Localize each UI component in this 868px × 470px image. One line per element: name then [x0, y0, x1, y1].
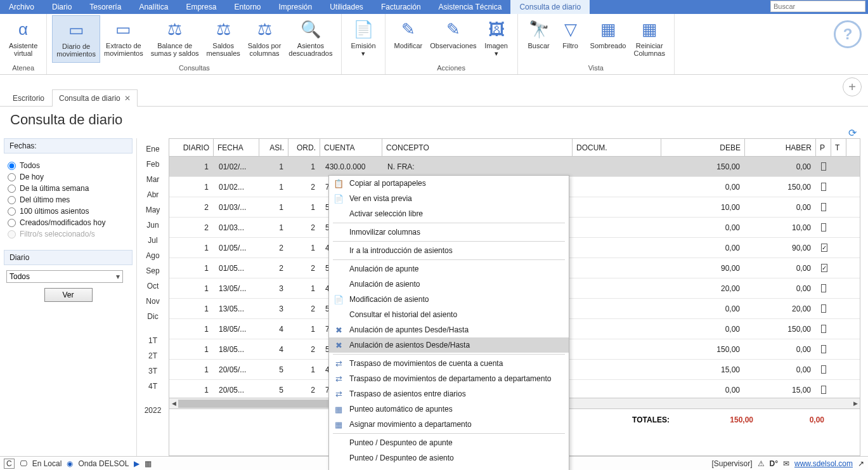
menu-asistencia[interactable]: Asistencia Técnica	[430, 0, 511, 14]
help-icon[interactable]: ?	[834, 20, 862, 48]
cell-p[interactable]	[816, 325, 831, 333]
month-item[interactable]: 3T	[148, 367, 157, 375]
ribbon-saldos[interactable]: ⚖Saldosmensuales	[203, 15, 244, 63]
cell-p[interactable]: ✓	[816, 264, 831, 272]
close-icon[interactable]: ✕	[124, 94, 131, 103]
context-menu-item[interactable]: Punteo / Despunteo de asiento	[329, 450, 569, 466]
status-url-link[interactable]: www.sdelsol.com	[794, 459, 853, 468]
ribbon-asistente[interactable]: αAsistentevirtual	[5, 15, 41, 63]
month-item[interactable]: Nov	[146, 297, 159, 306]
context-menu-item[interactable]: 📄Modificación de asiento	[329, 292, 569, 307]
scroll-right-icon[interactable]: ▶	[851, 398, 860, 408]
month-item[interactable]: Abr	[147, 190, 159, 199]
context-menu-item[interactable]: 📄Ver en vista previa	[329, 191, 569, 206]
month-item[interactable]: 2T	[148, 351, 157, 360]
ribbon-asientos[interactable]: 🔍Asientosdescuadrados	[285, 15, 336, 63]
add-icon[interactable]: +	[843, 77, 862, 96]
cell-p[interactable]	[816, 304, 831, 313]
month-item[interactable]: Sep	[146, 266, 159, 275]
col-t[interactable]: T	[831, 139, 846, 156]
cell-p[interactable]	[816, 345, 831, 353]
ribbon-saldos-por[interactable]: ⚖Saldos porcolumnas	[244, 15, 285, 63]
ribbon-sombreado[interactable]: ▦Sombreado	[586, 15, 630, 63]
context-menu-item[interactable]: Activar selección libre	[329, 206, 569, 221]
warning-icon[interactable]: ⚠	[758, 459, 765, 468]
ver-button[interactable]: Ver	[44, 288, 93, 302]
col-p[interactable]: P	[816, 139, 831, 156]
radio-input[interactable]	[8, 207, 16, 216]
ribbon-filtro[interactable]: ▽Filtro	[555, 15, 586, 63]
context-menu-item[interactable]: Punteo de cuenta hasta la fecha	[329, 466, 569, 470]
month-item[interactable]: Ago	[146, 251, 159, 260]
filter-option[interactable]: Todos	[8, 161, 129, 170]
col-haber[interactable]: HABER	[745, 139, 816, 156]
cell-p[interactable]	[816, 284, 831, 292]
radio-input[interactable]	[8, 185, 16, 193]
month-item[interactable]: Jun	[146, 221, 159, 230]
menu-impresion[interactable]: Impresión	[269, 0, 321, 14]
context-menu-item[interactable]: Punteo / Despunteo de apunte	[329, 435, 569, 450]
cell-p[interactable]	[816, 162, 831, 171]
col-debe[interactable]: DEBE	[661, 139, 745, 156]
mail-icon[interactable]: ✉	[783, 459, 789, 468]
filter-option[interactable]: Creados/modificados hoy	[8, 218, 129, 227]
external-icon[interactable]: ↗	[858, 459, 864, 468]
broadcast-icon[interactable]: ◉	[67, 459, 73, 468]
month-item[interactable]: 1T	[148, 336, 157, 345]
context-menu-item[interactable]: Consultar el historial del asiento	[329, 307, 569, 322]
radio-input[interactable]	[8, 219, 16, 227]
play-icon[interactable]: ▶	[134, 459, 139, 468]
context-menu-item[interactable]: ⇄Traspaso de movimientos de cuenta a cue…	[329, 356, 569, 371]
col-fecha[interactable]: FECHA	[214, 139, 259, 156]
menu-tesoreria[interactable]: Tesorería	[81, 0, 130, 14]
calendar-icon[interactable]: ▦	[145, 459, 152, 468]
col-cuenta[interactable]: CUENTA	[320, 139, 382, 156]
context-menu-item[interactable]: Anulación de asiento	[329, 277, 569, 292]
month-item[interactable]: 4T	[148, 382, 157, 391]
context-menu-item[interactable]: ⇄Traspaso de asientos entre diarios	[329, 386, 569, 401]
filter-option[interactable]: De hoy	[8, 173, 129, 181]
col-docum[interactable]: DOCUM.	[573, 139, 661, 156]
radio-input[interactable]	[8, 162, 16, 170]
d-icon[interactable]: D°	[770, 459, 778, 468]
month-item[interactable]: Ene	[146, 145, 159, 153]
col-ord[interactable]: ORD.	[288, 139, 320, 156]
menu-archivo[interactable]: Archivo	[0, 0, 43, 14]
tab-consulta-diario[interactable]: Consulta de diario✕	[52, 89, 138, 107]
diario-select[interactable]: Todos	[6, 270, 123, 283]
radio-input[interactable]	[8, 196, 16, 204]
menu-analitica[interactable]: Analítica	[130, 0, 177, 14]
context-menu-item[interactable]: Inmovilizar columnas	[329, 225, 569, 240]
ribbon-diario-de[interactable]: ▭Diario demovimientos	[52, 15, 100, 63]
ribbon-emisión[interactable]: 📄Emisión▾	[347, 15, 379, 70]
filter-option[interactable]: 100 últimos asientos	[8, 207, 129, 216]
month-item[interactable]: Oct	[147, 282, 159, 290]
menu-utilidades[interactable]: Utilidades	[321, 0, 372, 14]
cell-p[interactable]	[816, 365, 831, 374]
ribbon-buscar[interactable]: 🔭Buscar	[523, 15, 555, 63]
context-menu-item[interactable]: ✖Anulación de apuntes Desde/Hasta	[329, 322, 569, 337]
month-item[interactable]: Dic	[147, 312, 158, 321]
ribbon-imagen[interactable]: 🖼Imagen▾	[481, 15, 512, 63]
status-c-icon[interactable]: C	[4, 459, 15, 469]
menu-diario[interactable]: Diario	[43, 0, 81, 14]
col-diario[interactable]: DIARIO	[169, 139, 214, 156]
cell-p[interactable]	[816, 203, 831, 211]
ribbon-modificar[interactable]: ✎Modificar	[391, 15, 427, 63]
ribbon-observaciones[interactable]: ✎Observaciones	[426, 15, 480, 63]
menu-facturacion[interactable]: Facturación	[372, 0, 430, 14]
context-menu-item[interactable]: ▦Punteo automático de apuntes	[329, 401, 569, 417]
cell-p[interactable]	[816, 183, 831, 191]
context-menu-item[interactable]: Ir a la introducción de asientos	[329, 243, 569, 258]
radio-input[interactable]	[8, 173, 16, 181]
month-item[interactable]: Feb	[146, 160, 160, 169]
context-menu-item[interactable]: 📋Copiar al portapapeles	[329, 176, 569, 191]
month-item[interactable]: May	[146, 206, 160, 214]
ribbon-reiniciar[interactable]: ▦ReiniciarColumnas	[630, 15, 669, 63]
cell-p[interactable]	[816, 386, 831, 394]
menu-consulta-diario[interactable]: Consulta de diario	[510, 0, 590, 14]
table-row[interactable]: 101/02/...11430.0.0.000N. FRA:150,000,00	[169, 157, 860, 177]
col-concepto[interactable]: CONCEPTO	[382, 139, 573, 156]
filter-option[interactable]: De la última semana	[8, 184, 129, 193]
context-menu-item[interactable]: ▦Asignar movimiento a departamento	[329, 417, 569, 432]
